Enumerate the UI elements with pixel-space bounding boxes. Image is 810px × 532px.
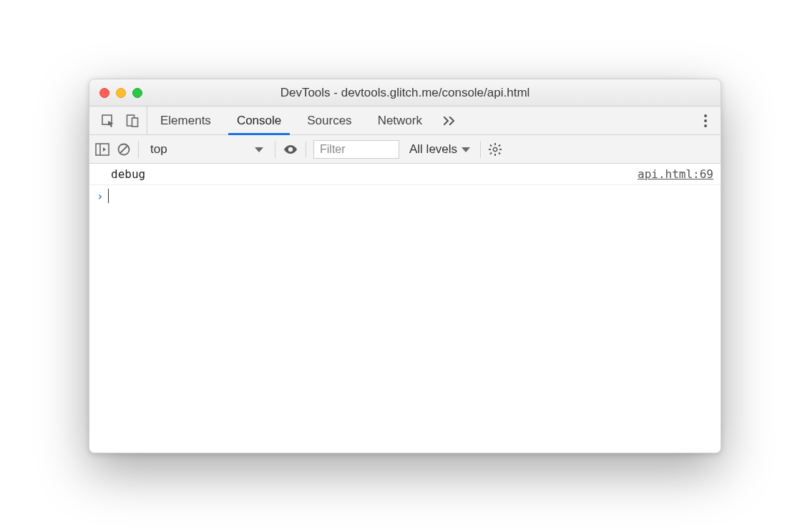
tab-sources[interactable]: Sources (294, 107, 364, 134)
more-options-button[interactable] (695, 107, 716, 134)
execution-context-label: top (150, 142, 167, 157)
svg-rect-17 (498, 144, 501, 147)
inspect-element-icon[interactable] (101, 114, 115, 128)
console-prompt[interactable]: › (89, 185, 721, 207)
divider (480, 141, 481, 158)
log-source-link[interactable]: api.html:69 (638, 167, 713, 181)
svg-rect-11 (494, 143, 496, 145)
svg-point-3 (704, 114, 707, 117)
svg-rect-15 (489, 144, 492, 147)
device-toolbar-icon[interactable] (125, 114, 140, 128)
log-entry: debug api.html:69 (89, 164, 721, 185)
maximize-window-button[interactable] (132, 88, 142, 98)
svg-rect-18 (489, 152, 492, 154)
console-settings-icon[interactable] (488, 142, 502, 157)
filter-input[interactable] (313, 140, 399, 159)
console-output: debug api.html:69 › (89, 164, 721, 453)
close-window-button[interactable] (99, 88, 109, 98)
window-title: DevTools - devtools.glitch.me/console/ap… (89, 86, 721, 100)
main-toolbar: Elements Console Sources Network (89, 107, 721, 135)
chevron-down-icon (255, 142, 263, 157)
svg-point-5 (704, 124, 707, 127)
execution-context-select[interactable]: top (146, 142, 268, 157)
svg-line-9 (120, 146, 127, 153)
prompt-caret-icon: › (97, 189, 104, 203)
tab-elements[interactable]: Elements (147, 107, 224, 134)
svg-point-10 (288, 147, 293, 151)
titlebar: DevTools - devtools.glitch.me/console/ap… (89, 79, 721, 107)
log-message: debug (111, 167, 638, 181)
log-levels-label: All levels (409, 142, 457, 157)
svg-rect-13 (489, 149, 491, 150)
minimize-window-button[interactable] (116, 88, 126, 98)
console-sidebar-toggle-icon[interactable] (95, 143, 109, 156)
svg-rect-2 (132, 118, 138, 127)
svg-rect-6 (96, 144, 109, 155)
svg-rect-12 (494, 154, 496, 156)
log-levels-select[interactable]: All levels (406, 142, 473, 157)
tab-network[interactable]: Network (365, 107, 435, 134)
divider (138, 141, 139, 158)
console-toolbar: top All levels (89, 135, 721, 164)
svg-point-4 (704, 119, 707, 122)
text-cursor (108, 189, 109, 203)
live-expression-icon[interactable] (283, 144, 298, 155)
tabs-overflow-button[interactable] (435, 107, 467, 134)
divider (306, 141, 306, 158)
devtools-window: DevTools - devtools.glitch.me/console/ap… (89, 79, 721, 453)
panel-tabs: Elements Console Sources Network (147, 107, 435, 134)
window-controls (89, 88, 142, 98)
svg-rect-14 (499, 149, 502, 150)
chevron-down-icon (462, 142, 470, 157)
toolbar-left-icons (94, 107, 147, 134)
svg-rect-16 (498, 152, 501, 154)
clear-console-icon[interactable] (117, 142, 131, 157)
divider (275, 141, 275, 158)
tab-console[interactable]: Console (224, 107, 294, 134)
